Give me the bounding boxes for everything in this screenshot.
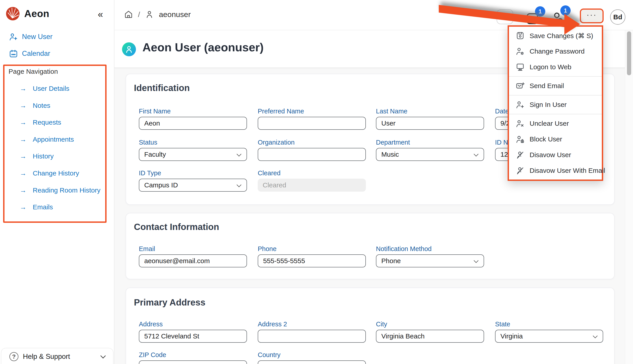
user-avatar — [122, 42, 136, 56]
collapse-sidebar-icon[interactable]: « — [98, 9, 103, 20]
help-support-button[interactable]: ? Help & Support — [1, 348, 114, 364]
calendar-icon — [9, 49, 18, 58]
sidebar-item-change-history[interactable]: → Change History — [20, 170, 79, 177]
chevron-down-icon — [474, 258, 478, 263]
aeon-logo — [6, 7, 20, 20]
scrollbar-track[interactable] — [625, 30, 633, 364]
field-id-type: ID Type Campus ID — [139, 170, 247, 192]
sidebar-item-appointments[interactable]: → Appointments — [20, 136, 74, 143]
menu-item-logon-to-web[interactable]: Logon to Web — [509, 59, 602, 75]
app-logo-row: Aeon — [6, 7, 49, 20]
user-plus-icon — [9, 32, 18, 41]
first-name-input[interactable]: Aeon — [139, 117, 247, 130]
email-input[interactable]: aeonuser@email.com — [139, 254, 247, 268]
country-input[interactable] — [258, 360, 366, 364]
chevron-down-icon — [593, 334, 597, 338]
page-title: Aeon User (aeonuser) — [142, 40, 263, 54]
sidebar-item-history[interactable]: → History — [20, 152, 54, 160]
page-navigation-title: Page Navigation — [9, 68, 58, 75]
arrow-right-icon: → — [20, 85, 27, 92]
field-preferred-name: Preferred Name — [258, 108, 366, 130]
field-state: State Virginia — [495, 320, 603, 343]
breadcrumb-separator: / — [138, 10, 140, 19]
sidebar-item-user-details[interactable]: → User Details — [20, 85, 69, 92]
field-organization: Organization — [258, 139, 366, 161]
arrow-right-icon: → — [20, 119, 27, 126]
chevron-down-icon — [237, 152, 241, 156]
cleared-input: Cleared — [258, 179, 366, 192]
help-icon: ? — [10, 352, 19, 361]
city-input[interactable]: Virginia Beach — [376, 330, 484, 343]
sidebar-item-new-user[interactable]: New User — [9, 32, 53, 41]
scrollbar-thumb[interactable] — [627, 32, 631, 75]
sidebar-item-requests[interactable]: → Requests — [20, 118, 61, 126]
menu-item-sign-in-user[interactable]: Sign In User — [509, 97, 602, 112]
chevron-down-icon — [474, 152, 478, 156]
more-actions-button[interactable]: ··· — [580, 8, 604, 23]
sidebar-item-label: Calendar — [22, 50, 50, 58]
arrow-right-icon: → — [20, 187, 27, 194]
app-window: Aeon « New User Calendar Page Navigation… — [0, 0, 633, 364]
sidebar-item-calendar[interactable]: Calendar — [9, 49, 50, 58]
section-contact-information: Contact Information Email aeonuser@email… — [126, 213, 614, 279]
search-button[interactable] — [497, 10, 513, 24]
arrow-right-icon: → — [20, 153, 27, 160]
sidebar-item-notes[interactable]: → Notes — [20, 102, 50, 110]
user-plus-icon — [516, 100, 525, 109]
arrow-right-icon: → — [20, 170, 27, 176]
field-cleared: Cleared Cleared — [258, 170, 366, 192]
last-name-input[interactable]: User — [376, 117, 484, 130]
preferred-name-input[interactable] — [258, 117, 366, 130]
section-heading: Primary Address — [134, 298, 205, 308]
user-badge: 1 — [560, 6, 571, 16]
menu-item-change-password[interactable]: Change Password — [509, 44, 602, 59]
sidebar-item-label: New User — [22, 33, 53, 41]
user-slash-icon — [516, 150, 525, 159]
menu-item-disavow-user[interactable]: Disavow User — [509, 147, 602, 163]
field-last-name: Last Name User — [376, 108, 484, 130]
menu-divider — [509, 114, 602, 114]
breadcrumb-current: aeonuser — [159, 10, 191, 19]
field-country: Country — [258, 351, 366, 364]
menu-item-send-email[interactable]: Send Email — [509, 78, 602, 94]
field-email: Email aeonuser@email.com — [139, 245, 247, 268]
menu-item-unclear-user[interactable]: Unclear User — [509, 116, 602, 131]
address-input[interactable]: 5712 Cleveland St — [139, 330, 247, 343]
status-select[interactable]: Faculty — [139, 148, 247, 161]
notification-method-select[interactable]: Phone — [376, 254, 484, 268]
home-icon[interactable] — [124, 10, 133, 19]
section-heading: Contact Information — [134, 222, 219, 232]
menu-item-disavow-user-with-email[interactable]: Disavow User With Email — [509, 163, 602, 178]
more-icon: ··· — [586, 10, 597, 19]
monitor-icon — [516, 62, 525, 72]
state-select[interactable]: Virginia — [495, 330, 603, 343]
account-avatar[interactable]: Bd — [610, 10, 625, 25]
organization-input[interactable] — [258, 148, 366, 161]
user-slash-icon — [516, 166, 525, 175]
zip-input[interactable] — [139, 360, 247, 364]
menu-item-block-user[interactable]: Block User — [509, 131, 602, 147]
department-select[interactable]: Music — [376, 148, 484, 161]
arrow-right-icon: → — [20, 102, 27, 109]
arrow-right-icon: → — [20, 136, 27, 143]
address2-input[interactable] — [258, 330, 366, 343]
field-address: Address 5712 Cleveland St — [139, 320, 247, 343]
field-city: City Virginia Beach — [376, 320, 484, 343]
field-notification-method: Notification Method Phone — [376, 245, 484, 268]
user-icon — [125, 45, 133, 54]
mail-plus-icon — [516, 81, 525, 90]
field-phone: Phone 555-555-5555 — [258, 245, 366, 268]
search-icon — [501, 13, 509, 21]
menu-item-save-changes[interactable]: Save Changes (⌘ S) — [509, 28, 602, 44]
section-primary-address: Primary Address Address 5712 Cleveland S… — [126, 288, 614, 364]
more-actions-menu: Save Changes (⌘ S) Change Password Logon… — [508, 25, 603, 181]
user-lock-icon — [516, 135, 525, 144]
id-type-select[interactable]: Campus ID — [139, 179, 247, 192]
field-first-name: First Name Aeon — [139, 108, 247, 130]
sidebar-item-emails[interactable]: → Emails — [20, 203, 53, 211]
breadcrumb: / aeonuser — [124, 10, 191, 19]
menu-divider — [509, 95, 602, 96]
phone-input[interactable]: 555-555-5555 — [258, 254, 366, 268]
sidebar-item-reading-room-history[interactable]: → Reading Room History — [20, 186, 101, 194]
mail-badge: 1 — [535, 6, 545, 16]
